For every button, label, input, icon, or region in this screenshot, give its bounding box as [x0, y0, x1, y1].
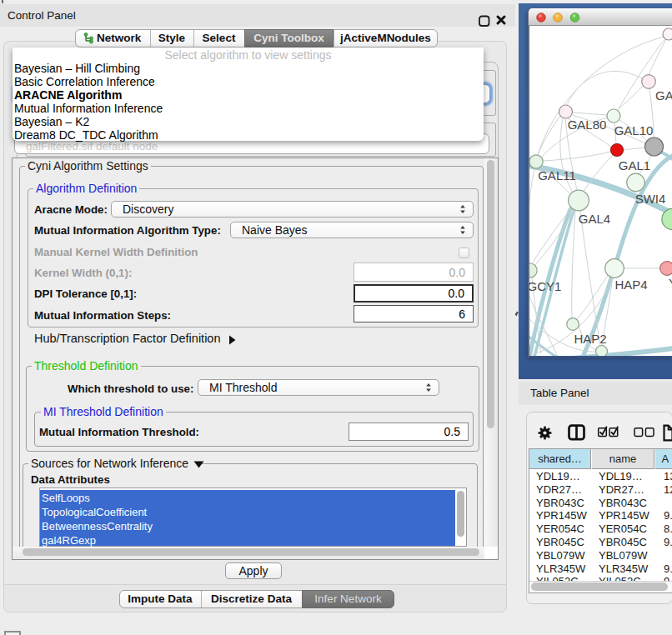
svg-text:GAL4: GAL4 [579, 212, 610, 226]
svg-text:GAL11: GAL11 [538, 168, 576, 182]
svg-text:Y: Y [669, 276, 672, 290]
svg-text:GAL80: GAL80 [568, 118, 607, 132]
svg-text:GAL10: GAL10 [614, 123, 654, 138]
svg-text:GAL: GAL [655, 88, 672, 102]
svg-text:GCY1: GCY1 [529, 279, 561, 293]
svg-text:HAP4: HAP4 [614, 278, 647, 292]
svg-text:SWI4: SWI4 [635, 192, 666, 206]
svg-text:HAP2: HAP2 [574, 332, 606, 346]
svg-text:GAL1: GAL1 [619, 158, 650, 172]
